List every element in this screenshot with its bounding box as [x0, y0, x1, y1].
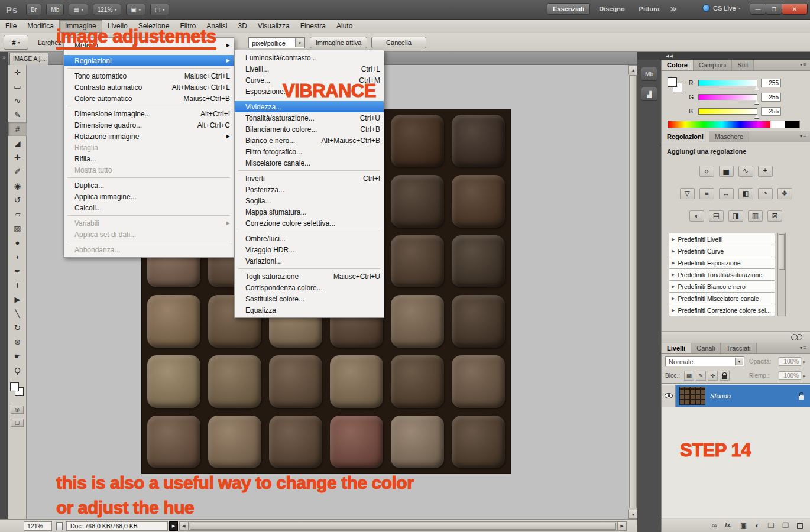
- new-group-icon[interactable]: ❏: [767, 522, 774, 529]
- exposure-adjustment-icon[interactable]: ±: [758, 166, 773, 177]
- history-brush-tool[interactable]: ↺: [8, 193, 27, 207]
- healing-brush-tool[interactable]: ✚: [8, 150, 27, 164]
- horizontal-scroll-thumb[interactable]: [190, 523, 616, 530]
- menu-visualizza[interactable]: Visualizza: [252, 20, 295, 33]
- channel-value-input[interactable]: 255: [761, 107, 781, 116]
- menu-item-calcoli-[interactable]: Calcoli...: [64, 202, 234, 213]
- channel-slider-handle-icon[interactable]: [754, 86, 759, 90]
- menu-item-tonalit-saturazione-[interactable]: Tonalità/saturazione...Ctrl+U: [235, 112, 384, 124]
- menu-file[interactable]: File: [0, 20, 22, 33]
- zoom-tool[interactable]: Ϙ: [8, 363, 27, 377]
- titlebar-minibridge-button[interactable]: Mb: [46, 4, 64, 15]
- workspace-disegno[interactable]: Disegno: [594, 4, 630, 14]
- menu-item-mostra-tutto[interactable]: Mostra tutto: [64, 164, 234, 176]
- vertical-scroll-thumb[interactable]: [629, 75, 637, 508]
- clone-stamp-tool[interactable]: ◉: [8, 179, 27, 193]
- channel-value-input[interactable]: 255: [761, 93, 781, 102]
- collapse-panels-icon[interactable]: ◀◀: [666, 54, 673, 59]
- eraser-tool[interactable]: ▱: [8, 207, 27, 221]
- workspace-pittura[interactable]: Pittura: [634, 4, 665, 14]
- type-tool[interactable]: T: [8, 278, 27, 292]
- new-layer-icon[interactable]: ❐: [782, 522, 789, 529]
- dodge-tool[interactable]: ◖: [8, 249, 27, 264]
- menu-item-bianco-e-nero-[interactable]: Bianco e nero...Alt+Maiusc+Ctrl+B: [235, 135, 384, 146]
- minibridge-panel-icon[interactable]: Mb: [641, 67, 657, 81]
- status-popup-icon[interactable]: ▶: [169, 521, 178, 531]
- menu-item-abbondanza-[interactable]: Abbondanza...: [64, 244, 234, 255]
- lasso-tool[interactable]: ∿: [8, 93, 27, 108]
- screen-mode-button[interactable]: ▢: [11, 419, 24, 427]
- posterize-adjustment-icon[interactable]: ▤: [709, 210, 724, 222]
- menu-item-viraggio-hdr-[interactable]: Viraggio HDR...: [235, 244, 384, 255]
- menu-item-tono-automatico[interactable]: Tono automaticoMaiusc+Ctrl+L: [64, 70, 234, 82]
- menu-item-mappa-sfumatura-[interactable]: Mappa sfumatura...: [235, 206, 384, 218]
- menu-finestra[interactable]: Finestra: [295, 20, 331, 33]
- menu-modifica[interactable]: Modifica: [22, 20, 59, 33]
- menu-item-rotazione-immagine[interactable]: Rotazione immagine▶: [64, 131, 234, 142]
- panel-menu-icon[interactable]: ▾ ≡: [796, 60, 810, 70]
- vibrance-adjustment-icon[interactable]: ▽: [680, 188, 695, 199]
- expanded-view-toggle-icon[interactable]: [791, 334, 803, 340]
- menu-item-miscelatore-canale-[interactable]: Miscelatore canale...: [235, 157, 384, 168]
- channel-slider-handle-icon[interactable]: [754, 114, 759, 118]
- titlebar-arrange-documents-button[interactable]: ▣▾: [126, 4, 145, 15]
- path-selection-tool[interactable]: ▶: [8, 292, 27, 306]
- menu-3d[interactable]: 3D: [233, 20, 252, 33]
- titlebar-zoom-level-button[interactable]: 121%▾: [93, 4, 122, 15]
- menu-item-variabili[interactable]: Variabili▶: [64, 218, 234, 229]
- workspace-overflow-icon[interactable]: ≫: [668, 5, 679, 13]
- foreground-color-swatch[interactable]: [668, 77, 677, 87]
- menu-item-soglia-[interactable]: Soglia...: [235, 195, 384, 206]
- opacity-spinner-icon[interactable]: ▶: [802, 357, 807, 366]
- menu-item-corrispondenza-colore-[interactable]: Corrispondenza colore...: [235, 282, 384, 293]
- scroll-right-icon[interactable]: ▶: [617, 521, 627, 531]
- titlebar-bridge-button[interactable]: Br: [26, 4, 41, 15]
- scroll-up-icon[interactable]: ▲: [628, 65, 638, 74]
- preset-item[interactable]: ▶Predefiniti Esposizione: [669, 257, 775, 269]
- menu-item-colore-automatico[interactable]: Colore automaticoMaiusc+Ctrl+B: [64, 93, 234, 104]
- menu-item-inverti[interactable]: InvertiCtrl+I: [235, 173, 384, 184]
- opacity-input[interactable]: 100%: [779, 357, 801, 366]
- rectangular-marquee-tool[interactable]: ▭: [8, 79, 27, 93]
- hue-saturation-adjustment-icon[interactable]: ≡: [699, 188, 714, 199]
- document-tab[interactable]: IMAGE A.j...: [9, 53, 48, 65]
- brightness-contrast-adjustment-icon[interactable]: ☼: [699, 166, 714, 177]
- menu-item-dimensione-quadro-[interactable]: Dimensione quadro...Alt+Ctrl+C: [64, 119, 234, 131]
- collapse-tools-icon[interactable]: »: [0, 52, 8, 60]
- cs-live-button[interactable]: CS Live ▾: [702, 4, 741, 12]
- preset-item[interactable]: ▶Predefiniti Livelli: [669, 233, 775, 245]
- panel-menu-icon[interactable]: ▾ ≡: [796, 131, 810, 142]
- workspace-essenziali[interactable]: Essenziali: [547, 3, 590, 15]
- tab-maschere[interactable]: Maschere: [709, 131, 749, 142]
- gradient-map-adjustment-icon[interactable]: ▥: [748, 210, 763, 222]
- preset-item[interactable]: ▶Predefiniti Bianco e nero: [669, 281, 775, 293]
- clear-button[interactable]: Cancella: [371, 37, 426, 48]
- hand-tool[interactable]: ☛: [8, 349, 27, 363]
- restore-window-icon[interactable]: ❐: [766, 4, 782, 15]
- photo-filter-adjustment-icon[interactable]: ◔: [758, 188, 773, 199]
- menu-item-bilanciamento-colore-[interactable]: Bilanciamento colore...Ctrl+B: [235, 124, 384, 135]
- channel-slider-handle-icon[interactable]: [754, 100, 759, 104]
- fill-input[interactable]: 100%: [779, 371, 801, 380]
- black-white-adjustment-icon[interactable]: ◧: [738, 188, 753, 199]
- resolution-unit-select[interactable]: pixel/pollice ▼: [248, 37, 305, 48]
- shape-tool[interactable]: ╲: [8, 306, 27, 320]
- scroll-down-icon[interactable]: ▼: [628, 510, 638, 519]
- tab-campioni[interactable]: Campioni: [694, 60, 732, 70]
- 3d-orbit-tool[interactable]: ⊛: [8, 335, 27, 349]
- channel-slider[interactable]: [698, 108, 757, 115]
- titlebar-view-extras-button[interactable]: ▦▾: [69, 4, 88, 15]
- menu-aiuto[interactable]: Aiuto: [331, 20, 358, 33]
- tool-preset-picker[interactable]: # ▾: [4, 35, 28, 50]
- lock-position-icon[interactable]: ✛: [708, 371, 718, 381]
- layer-style-icon[interactable]: fx.: [725, 523, 732, 528]
- menu-item-ombre-luci-[interactable]: Ombre/luci...: [235, 233, 384, 244]
- preset-item[interactable]: ▶Predefiniti Curve: [669, 245, 775, 257]
- menu-item-ritaglia[interactable]: Ritaglia: [64, 142, 234, 153]
- eyedropper-tool[interactable]: ◢: [8, 136, 27, 150]
- menu-item-dimensione-immagine-[interactable]: Dimensione immagine...Alt+Ctrl+I: [64, 108, 234, 119]
- menu-item-applica-immagine-[interactable]: Applica immagine...: [64, 191, 234, 202]
- menu-item-correzione-colore-selettiva-[interactable]: Correzione colore selettiva...: [235, 218, 384, 229]
- channel-value-input[interactable]: 255: [761, 79, 781, 87]
- foreground-color-swatch[interactable]: [10, 382, 19, 391]
